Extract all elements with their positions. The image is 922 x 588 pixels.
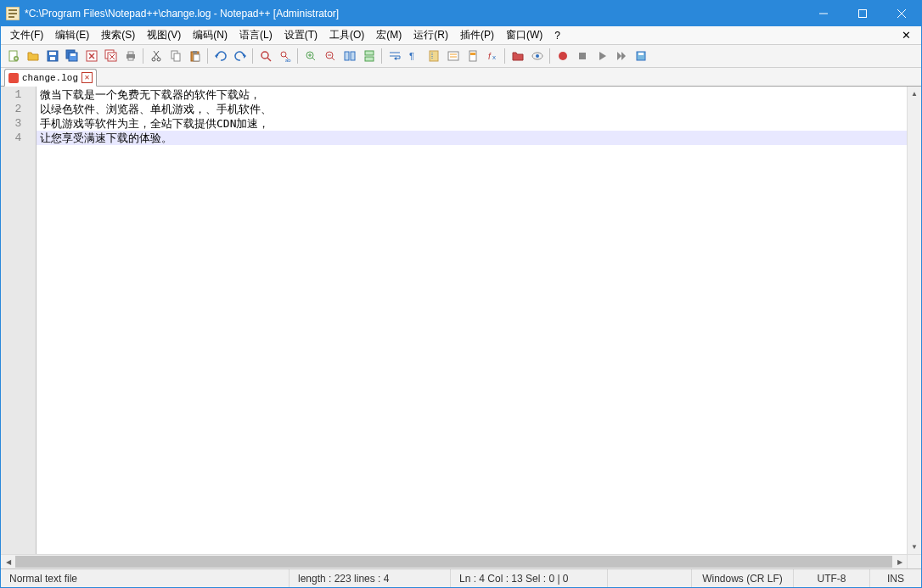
menu-plugins[interactable]: 插件(P) [454, 26, 500, 44]
svg-point-29 [157, 58, 160, 61]
maximize-button[interactable] [843, 1, 882, 26]
svg-point-70 [559, 52, 567, 60]
user-lang-icon[interactable] [444, 48, 462, 65]
folder-workspace-icon[interactable] [509, 48, 526, 65]
svg-rect-36 [194, 54, 200, 61]
svg-rect-14 [50, 57, 55, 60]
minimize-button[interactable] [804, 1, 843, 26]
svg-rect-1 [8, 9, 17, 11]
record-macro-icon[interactable] [554, 48, 571, 65]
menu-file[interactable]: 文件(F) [4, 26, 49, 44]
play-multi-icon[interactable] [612, 48, 630, 65]
svg-marker-38 [244, 53, 246, 59]
svg-rect-59 [430, 51, 438, 61]
line-number: 2 [1, 102, 36, 116]
status-insert-mode[interactable]: INS [870, 569, 921, 587]
menu-settings[interactable]: 设置(T) [278, 26, 323, 44]
new-file-icon[interactable] [4, 48, 22, 65]
line-number: 3 [1, 116, 36, 131]
svg-rect-71 [579, 53, 586, 59]
menu-help[interactable]: ? [548, 28, 566, 43]
horizontal-scrollbar[interactable]: ◀ ▶ [1, 554, 907, 568]
editor-area: 1 2 3 4 微当下载是一个免费无下载器的软件下载站， 以绿色软件、浏览器、单… [1, 87, 921, 568]
svg-rect-3 [8, 16, 14, 18]
scroll-down-icon[interactable]: ▼ [908, 540, 921, 554]
zoom-out-icon[interactable] [321, 48, 339, 65]
find-icon[interactable] [256, 48, 274, 65]
vertical-scrollbar[interactable]: ▲ ▼ [907, 87, 921, 554]
status-eol[interactable]: Windows (CR LF) [692, 569, 794, 587]
svg-line-49 [332, 58, 335, 60]
copy-icon[interactable] [166, 48, 184, 65]
indent-guide-icon[interactable] [424, 48, 442, 65]
save-all-icon[interactable] [63, 48, 81, 65]
status-gap [608, 569, 692, 587]
menu-language[interactable]: 语言(L) [233, 26, 278, 44]
paste-icon[interactable] [186, 48, 204, 65]
svg-rect-51 [345, 52, 349, 60]
print-icon[interactable] [121, 48, 139, 65]
menubar-close-button[interactable]: ✕ [895, 29, 918, 42]
text-editor[interactable]: 微当下载是一个免费无下载器的软件下载站， 以绿色软件、浏览器、单机游戏，、手机软… [37, 87, 907, 554]
toolbar-separator [549, 48, 550, 64]
replace-icon[interactable]: ab [276, 48, 294, 65]
undo-icon[interactable] [211, 48, 229, 65]
save-macro-icon[interactable] [632, 48, 649, 65]
status-length: length : 223 lines : 4 [290, 569, 451, 587]
scroll-right-icon[interactable]: ▶ [892, 555, 907, 568]
scroll-up-icon[interactable]: ▲ [908, 87, 921, 101]
close-button[interactable] [882, 1, 921, 26]
save-icon[interactable] [43, 48, 61, 65]
stop-macro-icon[interactable] [573, 48, 591, 65]
code-line: 以绿色软件、浏览器、单机游戏，、手机软件、 [40, 102, 907, 116]
svg-rect-35 [193, 51, 197, 53]
monitor-icon[interactable] [528, 48, 546, 65]
function-list-icon[interactable]: fx [483, 48, 501, 65]
show-all-chars-icon[interactable]: ¶ [405, 48, 423, 65]
menu-window[interactable]: 窗口(W) [500, 26, 548, 44]
scroll-left-icon[interactable]: ◀ [1, 555, 15, 568]
zoom-in-icon[interactable] [301, 48, 319, 65]
scrollbar-thumb[interactable] [15, 556, 892, 568]
toolbar-separator [504, 48, 505, 64]
svg-rect-17 [70, 53, 76, 56]
window-controls [804, 1, 921, 26]
code-line-current: 让您享受满速下载的体验。 [37, 131, 907, 145]
svg-rect-53 [365, 51, 374, 55]
sync-hscroll-icon[interactable] [360, 48, 378, 65]
svg-line-40 [267, 58, 271, 61]
menu-run[interactable]: 运行(R) [408, 26, 454, 44]
svg-rect-64 [469, 51, 476, 61]
redo-icon[interactable] [231, 48, 249, 65]
svg-text:f: f [488, 52, 492, 61]
svg-rect-33 [174, 53, 180, 61]
menu-search[interactable]: 搜索(S) [95, 26, 141, 44]
menu-encoding[interactable]: 编码(N) [187, 26, 233, 44]
status-position: Ln : 4 Col : 13 Sel : 0 | 0 [451, 569, 608, 587]
toolbar: ab ¶ fx [1, 45, 921, 68]
doc-map-icon[interactable] [464, 48, 481, 65]
tab-change-log[interactable]: change.log ✕ [4, 69, 97, 87]
word-wrap-icon[interactable] [385, 48, 403, 65]
svg-point-39 [261, 52, 268, 59]
status-encoding[interactable]: UTF-8 [794, 569, 870, 587]
svg-marker-73 [617, 52, 621, 60]
tab-label: change.log [22, 73, 78, 83]
menu-edit[interactable]: 编辑(E) [49, 26, 95, 44]
menu-tools[interactable]: 工具(O) [323, 26, 370, 44]
play-macro-icon[interactable] [593, 48, 610, 65]
close-all-icon[interactable] [102, 48, 120, 65]
svg-rect-76 [638, 53, 644, 55]
menu-view[interactable]: 视图(V) [141, 26, 187, 44]
cut-icon[interactable] [147, 48, 165, 65]
sync-vscroll-icon[interactable] [340, 48, 358, 65]
close-file-icon[interactable] [82, 48, 100, 65]
svg-point-69 [536, 54, 539, 58]
tab-close-icon[interactable]: ✕ [82, 72, 93, 83]
line-number-gutter: 1 2 3 4 [1, 87, 37, 554]
window-title: *C:\Program Files\Notepad++\change.log -… [25, 8, 804, 20]
menu-macro[interactable]: 宏(M) [370, 26, 408, 44]
svg-rect-5 [859, 10, 867, 18]
open-file-icon[interactable] [24, 48, 42, 65]
tabbar: change.log ✕ [1, 68, 921, 87]
